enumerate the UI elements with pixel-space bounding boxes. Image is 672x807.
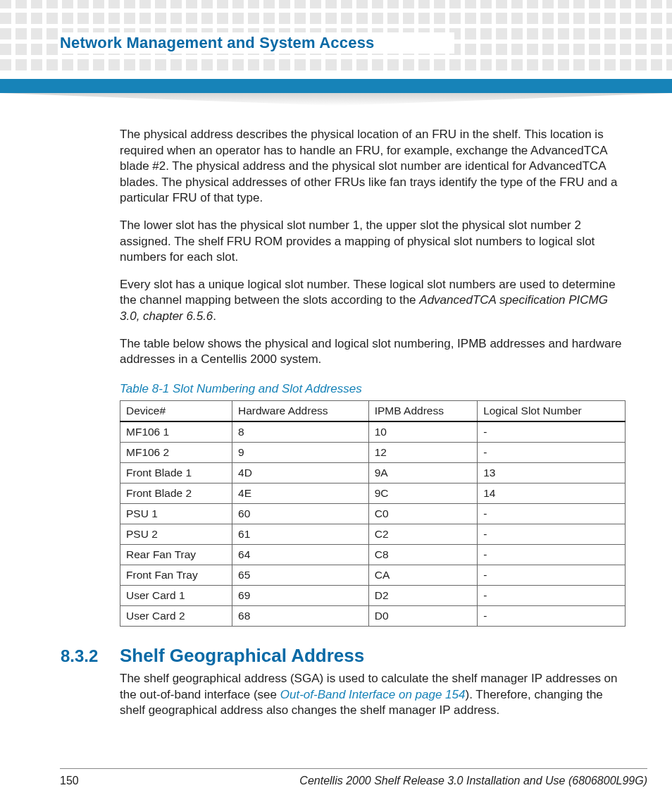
table-row: MF106 2912- <box>120 442 626 462</box>
table-cell: MF106 2 <box>120 442 232 462</box>
table-cell: 65 <box>232 565 369 585</box>
table-cell: Front Blade 1 <box>120 462 232 483</box>
table-cell: Rear Fan Tray <box>120 544 232 565</box>
table-cell: - <box>478 585 626 605</box>
table-cell: 9C <box>368 483 477 503</box>
chapter-header: Network Management and System Access <box>60 32 454 54</box>
table-cell: 60 <box>232 503 369 524</box>
cross-reference-link[interactable]: Out-of-Band Interface on page 154 <box>280 688 466 701</box>
header-accent-bar <box>0 79 672 93</box>
table-cell: 4E <box>232 483 369 503</box>
paragraph: The table below shows the physical and l… <box>120 336 626 368</box>
table-cell: - <box>478 605 626 626</box>
table-cell: User Card 2 <box>120 605 232 626</box>
table-row: PSU 160C0- <box>120 503 626 524</box>
paragraph: The lower slot has the physical slot num… <box>120 218 626 266</box>
table-cell: CA <box>368 565 477 585</box>
paragraph: Every slot has a unique logical slot num… <box>120 277 626 325</box>
document-reference: Centellis 2000 Shelf Release 3.0 Install… <box>299 775 647 787</box>
table-cell: PSU 1 <box>120 503 232 524</box>
slot-address-table: Device# Hardware Address IPMB Address Lo… <box>120 400 626 627</box>
table-cell: 69 <box>232 585 369 605</box>
table-row: MF106 1810- <box>120 421 626 443</box>
table-cell: 12 <box>368 442 477 462</box>
chapter-title: Network Management and System Access <box>60 34 375 52</box>
table-row: Front Blade 24E9C14 <box>120 483 626 503</box>
col-header: IPMB Address <box>368 400 477 421</box>
table-header-row: Device# Hardware Address IPMB Address Lo… <box>120 400 626 421</box>
table-cell: - <box>478 421 626 443</box>
table-cell: MF106 1 <box>120 421 232 443</box>
table-row: User Card 169D2- <box>120 585 626 605</box>
table-cell: Front Fan Tray <box>120 565 232 585</box>
table-cell: 14 <box>478 483 626 503</box>
table-cell: 9 <box>232 442 369 462</box>
table-cell: C0 <box>368 503 477 524</box>
table-row: Front Fan Tray65CA- <box>120 565 626 585</box>
section-heading: 8.3.2 Shelf Geographical Address <box>61 645 626 667</box>
table-cell: - <box>478 524 626 544</box>
header-shadow-wedge <box>0 93 672 106</box>
table-cell: - <box>478 442 626 462</box>
paragraph: The physical address describes the physi… <box>120 127 626 207</box>
table-cell: 8 <box>232 421 369 443</box>
paragraph: The shelf geographical address (SGA) is … <box>120 671 626 719</box>
page-footer: 150 Centellis 2000 Shelf Release 3.0 Ins… <box>60 768 647 787</box>
col-header: Hardware Address <box>232 400 369 421</box>
section-title: Shelf Geographical Address <box>120 645 364 667</box>
table-row: User Card 268D0- <box>120 605 626 626</box>
table-cell: PSU 2 <box>120 524 232 544</box>
table-row: Rear Fan Tray64C8- <box>120 544 626 565</box>
table-cell: C8 <box>368 544 477 565</box>
col-header: Device# <box>120 400 232 421</box>
table-cell: - <box>478 503 626 524</box>
table-row: Front Blade 14D9A13 <box>120 462 626 483</box>
page-content: The physical address describes the physi… <box>120 127 626 730</box>
table-cell: - <box>478 544 626 565</box>
table-cell: 61 <box>232 524 369 544</box>
table-cell: 13 <box>478 462 626 483</box>
table-row: PSU 261C2- <box>120 524 626 544</box>
table-caption: Table 8-1 Slot Numbering and Slot Addres… <box>120 382 626 396</box>
table-cell: 9A <box>368 462 477 483</box>
table-cell: 68 <box>232 605 369 626</box>
page-number: 150 <box>60 775 79 787</box>
table-cell: Front Blade 2 <box>120 483 232 503</box>
table-cell: 10 <box>368 421 477 443</box>
section-number: 8.3.2 <box>61 646 100 666</box>
table-cell: - <box>478 565 626 585</box>
table-cell: User Card 1 <box>120 585 232 605</box>
table-cell: C2 <box>368 524 477 544</box>
table-cell: 64 <box>232 544 369 565</box>
table-cell: D0 <box>368 605 477 626</box>
table-cell: D2 <box>368 585 477 605</box>
col-header: Logical Slot Number <box>478 400 626 421</box>
text-run: . <box>213 309 216 323</box>
table-cell: 4D <box>232 462 369 483</box>
